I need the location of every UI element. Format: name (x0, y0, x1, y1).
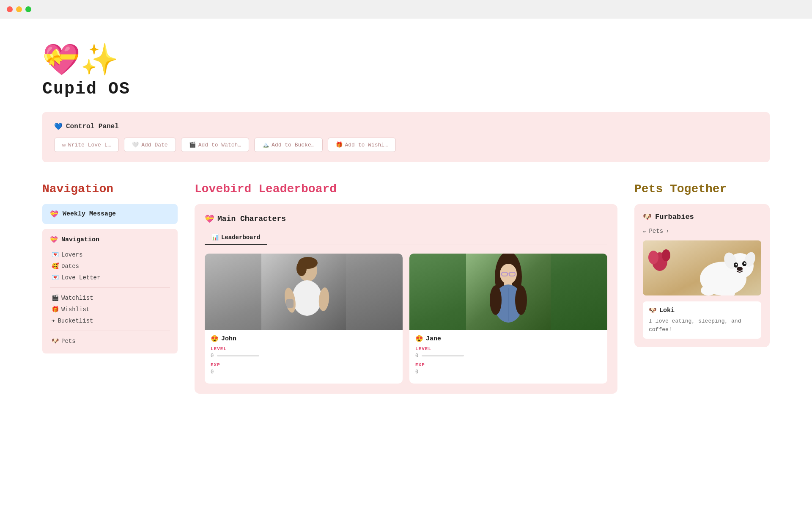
john-photo (205, 254, 403, 330)
add-to-watchlist-button[interactable]: 🎬 Add to Watch… (181, 138, 249, 152)
control-panel-icon: 💙 (54, 122, 63, 131)
jane-level-row: 0 (415, 353, 601, 359)
leaderboard-column: Lovebird Leaderboard 💝 Main Characters 📊… (195, 182, 617, 394)
john-info: 😍 John LEVEL 0 EXP (205, 330, 403, 384)
nav-item-love-letter[interactable]: 💌 Love Letter (50, 272, 170, 283)
navigation-section: 💝 Navigation 💌 Lovers 🥰 Dates 💌 Love Let… (42, 229, 178, 353)
svg-point-33 (735, 264, 737, 265)
svg-point-36 (701, 285, 716, 295)
jane-exp-value: 0 (415, 369, 418, 375)
svg-point-4 (296, 261, 307, 276)
add-date-button[interactable]: 🤍 Add Date (124, 138, 176, 152)
nav-item-lovers[interactable]: 💌 Lovers (50, 249, 170, 260)
nav-item-bucketlist[interactable]: ✈️ Bucketlist (50, 315, 170, 326)
leaderboard-header: 💝 Main Characters (205, 214, 607, 224)
pets-column: Pets Together 🐶 Furbabies ✏️ Pets › (634, 182, 770, 394)
heart-icon: 🤍 (132, 141, 139, 148)
watchlist-icon: 🎬 (52, 294, 59, 301)
weekly-message-icon: 💝 (50, 210, 58, 218)
svg-point-21 (490, 285, 502, 315)
envelope-icon: ✉️ (62, 141, 66, 148)
lovers-icon: 💌 (52, 251, 59, 258)
nav-item-wishlist[interactable]: 🎁 Wishlist (50, 304, 170, 315)
write-love-letter-button[interactable]: ✉️ Write Love L… (54, 138, 119, 152)
control-panel: 💙 Control Panel ✉️ Write Love L… 🤍 Add D… (42, 112, 770, 162)
titlebar (0, 0, 812, 19)
character-card-john: 😍 John LEVEL 0 EXP (205, 254, 403, 384)
app-icon: 💝✨ (42, 44, 770, 75)
pets-filter[interactable]: ✏️ Pets › (643, 227, 761, 235)
john-level-label: LEVEL (211, 346, 397, 351)
chevron-down-icon: › (666, 228, 669, 235)
john-exp-label: EXP (211, 362, 397, 367)
nav-item-pets[interactable]: 🐶 Pets (50, 335, 170, 347)
pencil-icon: ✏️ (643, 227, 646, 235)
john-level-track (217, 355, 259, 356)
leaderboard-tabs: 📊 Leaderboard (205, 230, 607, 245)
leaderboard-section-title: Lovebird Leaderboard (195, 182, 617, 196)
minimize-button[interactable] (16, 6, 22, 12)
columns-layout: Navigation 💝 Weekly Message 💝 Navigation… (42, 182, 770, 394)
pets-card: 🐶 Furbabies ✏️ Pets › (634, 204, 770, 347)
leaderboard-header-icon: 💝 (205, 214, 214, 224)
jane-name: 😍 Jane (415, 335, 601, 343)
svg-point-26 (662, 249, 670, 261)
characters-grid: 😍 John LEVEL 0 EXP (205, 254, 607, 384)
tab-leaderboard[interactable]: 📊 Leaderboard (205, 230, 267, 245)
jane-name-icon: 😍 (415, 335, 423, 343)
app-header: 💝✨ Cupid OS (42, 44, 770, 99)
john-level-row: 0 (211, 353, 397, 359)
main-content: 💝✨ Cupid OS 💙 Control Panel ✉️ Write Lov… (0, 19, 812, 419)
movie-icon: 🎬 (189, 141, 196, 148)
nav-item-watchlist[interactable]: 🎬 Watchlist (50, 292, 170, 304)
dates-icon: 🥰 (52, 262, 59, 270)
weekly-message-item[interactable]: 💝 Weekly Message (42, 204, 178, 224)
character-card-jane: 😍 Jane LEVEL 0 EXP (409, 254, 607, 384)
control-panel-label: Control Panel (66, 123, 119, 130)
pet-info-card: 🐶 Loki I love eating, sleeping, and coff… (643, 301, 761, 339)
weekly-message-label: Weekly Message (63, 210, 116, 218)
mountain-icon: 🏔️ (262, 141, 269, 148)
jane-level-label: LEVEL (415, 346, 601, 351)
close-button[interactable] (7, 6, 13, 12)
pet-name-icon: 🐶 (649, 306, 657, 315)
wishlist-icon: 🎁 (52, 306, 59, 313)
svg-point-6 (292, 280, 322, 316)
add-to-wishlist-button[interactable]: 🎁 Add to Wishl… (328, 138, 396, 152)
bucketlist-icon: ✈️ (52, 317, 55, 324)
nav-section-heading: 💝 Navigation (50, 236, 170, 244)
pet-photo-container (643, 240, 761, 295)
furbabies-icon: 🐶 (643, 213, 652, 221)
svg-point-35 (737, 267, 743, 271)
nav-divider-1 (50, 287, 170, 288)
pets-icon: 🐶 (52, 337, 59, 345)
app-title: Cupid OS (42, 80, 770, 99)
love-letter-icon: 💌 (52, 274, 59, 281)
chart-icon: 📊 (211, 234, 219, 241)
svg-point-25 (648, 251, 658, 264)
john-name-icon: 😍 (211, 335, 219, 343)
add-to-bucketlist-button[interactable]: 🏔️ Add to Bucke… (254, 138, 322, 152)
pet-name: 🐶 Loki (649, 306, 755, 315)
svg-point-34 (744, 262, 746, 264)
jane-photo (409, 254, 607, 330)
john-name: 😍 John (211, 335, 397, 343)
jane-level-track (422, 355, 464, 356)
jane-exp-label: EXP (415, 362, 601, 367)
john-exp-row: 0 (211, 369, 397, 375)
leaderboard-card: 💝 Main Characters 📊 Leaderboard (195, 204, 617, 394)
svg-point-22 (515, 285, 527, 315)
maximize-button[interactable] (25, 6, 31, 12)
nav-divider-2 (50, 331, 170, 331)
control-panel-title: 💙 Control Panel (54, 122, 758, 131)
pets-section-title: Pets Together (634, 182, 770, 196)
pet-description: I love eating, sleeping, and coffee! (649, 317, 755, 334)
nav-section-icon: 💝 (50, 236, 58, 244)
pets-header: 🐶 Furbabies (643, 213, 761, 221)
john-exp-value: 0 (211, 369, 214, 375)
john-level-value: 0 (211, 353, 214, 359)
gift-icon: 🎁 (336, 141, 343, 148)
jane-level-value: 0 (415, 353, 418, 359)
nav-item-dates[interactable]: 🥰 Dates (50, 260, 170, 272)
navigation-column: Navigation 💝 Weekly Message 💝 Navigation… (42, 182, 178, 394)
